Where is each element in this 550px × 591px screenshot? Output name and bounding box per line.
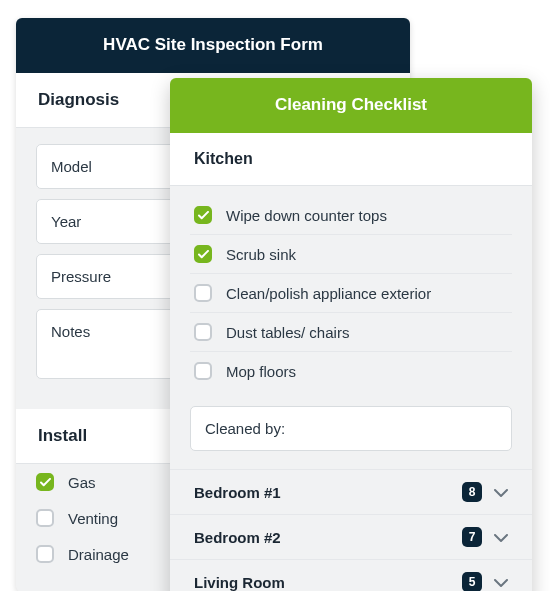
- checklist-item[interactable]: Dust tables/ chairs: [190, 313, 512, 352]
- cleaning-checklist-title: Cleaning Checklist: [170, 78, 532, 133]
- checklist-item[interactable]: Mop floors: [190, 352, 512, 390]
- checkbox-icon: [36, 509, 54, 527]
- checklist-item[interactable]: Clean/polish appliance exterior: [190, 274, 512, 313]
- checkbox-icon: [194, 245, 212, 263]
- hvac-form-title: HVAC Site Inspection Form: [16, 18, 410, 73]
- install-option-label: Drainage: [68, 546, 129, 563]
- cleaned-by-input[interactable]: Cleaned by:: [190, 406, 512, 451]
- room-count-badge: 8: [462, 482, 482, 502]
- room-name: Living Room: [194, 574, 285, 591]
- chevron-down-icon: [494, 529, 508, 546]
- kitchen-items: Wipe down counter tops Scrub sink Clean/…: [170, 186, 532, 390]
- room-row-bedroom-1[interactable]: Bedroom #1 8: [170, 469, 532, 514]
- checkbox-icon: [194, 284, 212, 302]
- checkbox-icon: [36, 473, 54, 491]
- checkbox-icon: [194, 206, 212, 224]
- room-row-living-room[interactable]: Living Room 5: [170, 559, 532, 591]
- checklist-item[interactable]: Wipe down counter tops: [190, 196, 512, 235]
- checkbox-icon: [194, 323, 212, 341]
- install-option-label: Venting: [68, 510, 118, 527]
- room-name: Bedroom #1: [194, 484, 281, 501]
- checklist-item-label: Mop floors: [226, 363, 296, 380]
- chevron-down-icon: [494, 574, 508, 591]
- cleaning-checklist-card: Cleaning Checklist Kitchen Wipe down cou…: [170, 78, 532, 591]
- checklist-item[interactable]: Scrub sink: [190, 235, 512, 274]
- checklist-item-label: Clean/polish appliance exterior: [226, 285, 431, 302]
- install-option-label: Gas: [68, 474, 96, 491]
- chevron-down-icon: [494, 484, 508, 501]
- checklist-item-label: Dust tables/ chairs: [226, 324, 349, 341]
- checklist-item-label: Wipe down counter tops: [226, 207, 387, 224]
- room-count-badge: 7: [462, 527, 482, 547]
- checkbox-icon: [36, 545, 54, 563]
- room-row-bedroom-2[interactable]: Bedroom #2 7: [170, 514, 532, 559]
- room-name: Bedroom #2: [194, 529, 281, 546]
- room-count-badge: 5: [462, 572, 482, 591]
- checkbox-icon: [194, 362, 212, 380]
- checklist-item-label: Scrub sink: [226, 246, 296, 263]
- kitchen-section-title: Kitchen: [170, 133, 532, 186]
